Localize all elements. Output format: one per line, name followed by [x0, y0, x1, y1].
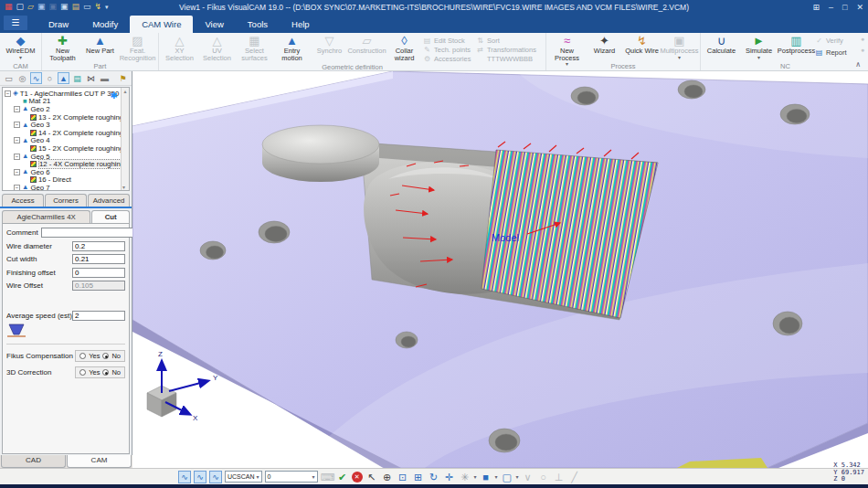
3d-correction-no-radio[interactable]	[102, 369, 109, 376]
menu-tab-help[interactable]: Help	[280, 16, 322, 33]
calculate-button[interactable]: ∪ Calculate	[703, 34, 740, 62]
chevron-down-icon[interactable]: ▾	[495, 473, 498, 480]
process-icon	[30, 130, 37, 136]
expander-icon[interactable]: −	[14, 106, 20, 112]
favorite-star-icon[interactable]: ✱	[111, 90, 118, 101]
new-file-icon[interactable]: ▢	[16, 3, 25, 11]
fikus-compensation-yes-radio[interactable]	[79, 353, 86, 359]
postprocess-button[interactable]: ▥ Postprocess	[778, 34, 815, 62]
geometry-icon: ▲	[22, 105, 28, 112]
zoom-fit-icon[interactable]: ⊞	[412, 471, 425, 483]
wire-diameter-input[interactable]	[72, 241, 125, 251]
new-toolpath-button[interactable]: ✚ New Toolpath	[44, 34, 81, 62]
scroll-up-icon[interactable]: ▴	[123, 89, 126, 94]
delete-icon[interactable]: ◎	[16, 72, 28, 84]
wire-view-toggle-1[interactable]: ∿	[178, 471, 191, 483]
hamburger-icon[interactable]: ☰	[4, 16, 27, 30]
wire-path-icon[interactable]: ∿	[30, 72, 42, 84]
hourglass-icon[interactable]: ⋈	[85, 72, 97, 84]
wire-view-toggle-3[interactable]: ∿	[209, 471, 222, 483]
close-button[interactable]: ✕	[856, 3, 863, 12]
expander-icon[interactable]: −	[14, 137, 20, 143]
tab-cut[interactable]: Cut	[91, 210, 130, 223]
expander-icon[interactable]: −	[5, 90, 11, 97]
scroll-down-icon[interactable]: ▾	[122, 184, 125, 190]
axis-views-icon[interactable]: ✳	[459, 471, 471, 483]
open-icon[interactable]: ▱	[27, 3, 34, 11]
button-label: Accessories	[434, 55, 471, 63]
wireframe-view-icon[interactable]: ▢	[501, 471, 513, 483]
chevron-down-icon[interactable]: ▾	[474, 473, 477, 480]
pointer-icon[interactable]: ↖	[365, 471, 378, 483]
expander-icon[interactable]: −	[14, 122, 20, 128]
ucs-select[interactable]: UCSCAN▾	[225, 471, 262, 483]
pan-icon[interactable]: ✛	[443, 471, 456, 483]
new-process-button[interactable]: ≈ New Process▾	[548, 34, 586, 62]
wire-edm-button[interactable]: ◆ WireEDM▾	[2, 34, 39, 62]
flag-icon[interactable]: ⚑	[117, 72, 129, 84]
viewport-3d[interactable]: Model Z Y X	[132, 71, 868, 468]
report-button[interactable]: ▤Report	[815, 48, 857, 57]
3d-correction-yes-radio[interactable]	[79, 369, 86, 376]
more-caret-icon[interactable]: ▾	[105, 3, 109, 11]
new-part-button[interactable]: ▲ New Part	[81, 34, 119, 62]
simulate-button[interactable]: ► Simulate▾	[740, 34, 778, 62]
layer-select[interactable]: 0▾	[265, 471, 318, 483]
cancel-icon[interactable]: ✕	[352, 472, 363, 483]
tab-agiecharmilles-4x[interactable]: AgieCharmilles 4X	[2, 210, 90, 223]
tree-item-geo[interactable]: − ▲ Geo 6	[3, 168, 129, 176]
chevron-down-icon[interactable]: ▾	[516, 473, 519, 480]
model-canvas[interactable]: Model Z Y X	[132, 71, 868, 468]
save-all-icon[interactable]: ▣	[60, 3, 69, 11]
tree-scrollbar[interactable]: ▴ ▾	[121, 88, 129, 190]
ribbon-collapse-icon[interactable]: ∧	[855, 60, 861, 69]
tree-item-geo[interactable]: − ▲ Geo 3	[3, 121, 129, 129]
display-icon[interactable]: ▭	[83, 3, 91, 11]
menu-tab-draw[interactable]: Draw	[37, 16, 80, 33]
tab-corners[interactable]: Corners	[45, 194, 87, 207]
finishing-offset-input[interactable]	[72, 268, 125, 278]
process-icon	[30, 161, 37, 167]
collar-wizard-button[interactable]: ◊ Collar wizard	[386, 34, 423, 62]
layers-icon[interactable]: ▤	[71, 72, 83, 84]
entry-motion-button[interactable]: ▲ Entry motion	[273, 34, 311, 62]
eraser-icon[interactable]: ▬	[99, 72, 111, 84]
restore-button[interactable]: □	[842, 3, 847, 12]
fikus-compensation-no-radio[interactable]	[102, 353, 109, 359]
tree-item-geo[interactable]: − ▲ Geo 4	[3, 137, 129, 145]
save-icon[interactable]: ▣	[37, 3, 46, 11]
confirm-icon[interactable]: ✔	[336, 471, 349, 483]
cut-width-input[interactable]	[72, 254, 125, 264]
minimize-button[interactable]: –	[829, 3, 833, 12]
print-icon[interactable]: ▤	[72, 3, 80, 11]
tab-access[interactable]: Access	[2, 194, 44, 207]
screen-icon[interactable]: ▭	[3, 72, 15, 84]
expander-icon[interactable]: −	[14, 154, 20, 160]
panes-icon[interactable]: ⊞	[812, 3, 820, 12]
shaded-view-icon[interactable]: ■	[480, 471, 492, 483]
zoom-window-icon[interactable]: ⊡	[397, 471, 409, 483]
menu-tab-modify[interactable]: Modify	[80, 16, 130, 33]
menu-tab-tools[interactable]: Tools	[236, 16, 280, 33]
wire-view-toggle-2[interactable]: ∿	[194, 471, 206, 483]
menu-tab-cam-wire[interactable]: CAM Wire	[130, 16, 193, 33]
expander-icon[interactable]: −	[14, 185, 20, 191]
fikus-compensation-row: Fikus Compensation Yes No	[6, 349, 125, 363]
tab-advanced[interactable]: Advanced	[88, 194, 130, 207]
wizard-button[interactable]: ✦ Wizard	[586, 34, 623, 62]
part-icon[interactable]: ▲	[58, 72, 69, 84]
orbit-icon[interactable]: ↻	[428, 471, 440, 483]
ribbon: ◆ WireEDM▾ CAM ✚ New Toolpath ▲ New Part…	[0, 33, 868, 71]
average-speed-input[interactable]	[72, 311, 125, 321]
tree-item-geo[interactable]: − ▲ Geo 7	[3, 184, 129, 191]
tree-item-geo[interactable]: − ▲ Geo 2	[3, 105, 129, 113]
tab-cam[interactable]: CAM	[67, 455, 132, 468]
tab-cad[interactable]: CAD	[1, 455, 66, 468]
quick-wire-button[interactable]: ↯ Quick Wire	[623, 34, 661, 62]
expander-icon[interactable]: −	[14, 169, 20, 175]
menu-tab-view[interactable]: View	[193, 16, 235, 33]
zoom-in-icon[interactable]: ⊕	[381, 471, 394, 483]
comment-input[interactable]	[41, 228, 147, 238]
sphere-icon[interactable]: ○	[44, 72, 56, 84]
lightning-icon[interactable]: ↯	[95, 3, 102, 11]
